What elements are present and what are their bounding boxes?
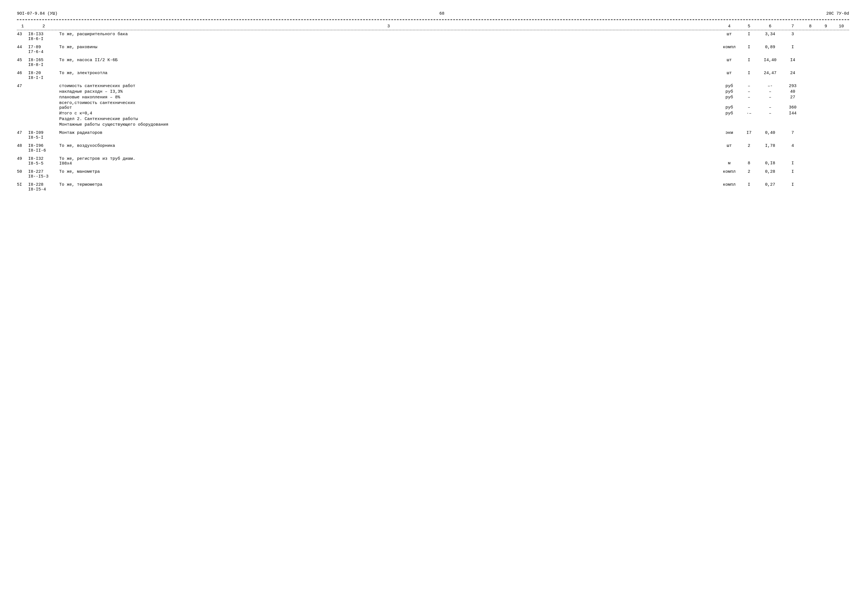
col-header-1: 1 — [17, 24, 28, 29]
row-desc: То же, раковины — [59, 45, 718, 50]
row-code: I8-228 I8-I5-4 — [28, 182, 59, 192]
row-qty: I7 — [740, 130, 757, 135]
row-num: 5I — [17, 182, 28, 187]
row-qty: ·– — [740, 111, 757, 116]
row-price: – — [757, 90, 783, 94]
row-qty: 8 — [740, 156, 757, 166]
col-header-3: 3 — [59, 24, 718, 29]
row-unit: руб — [718, 84, 740, 88]
list-item: стоимость сантехнических работ руб – –- … — [59, 84, 849, 88]
table-row: 5I I8-228 I8-I5-4 То же, термометра комп… — [17, 181, 849, 193]
row-desc: стоимость сантехнических работ — [59, 84, 718, 88]
row-price: 0,40 — [757, 130, 783, 135]
row-desc: То же, насоса II/2 К-6Б — [59, 58, 718, 63]
row-qty: I — [740, 182, 757, 187]
row-price: – — [757, 111, 783, 116]
row-total: I — [783, 182, 803, 187]
row-qty: I — [740, 58, 757, 63]
row-num: 47 — [17, 84, 28, 88]
row-code: I8-I96 I8-II-6 — [28, 143, 59, 153]
row-qty: I — [740, 32, 757, 37]
row-price: 0,28 — [757, 169, 783, 174]
table-row: 44 I7-89 I7-6-4 То же, раковины компл I … — [17, 43, 849, 56]
row-code: I8-I32 I8-5-5 — [28, 156, 59, 166]
table-row: 50 I8-227 I8--I5-3 То же, манометра комп… — [17, 168, 849, 181]
row-total: 7 — [783, 130, 803, 135]
row-qty: 2 — [740, 143, 757, 148]
row-total: I — [783, 169, 803, 174]
row-qty: – — [740, 95, 757, 100]
row-num: 50 — [17, 169, 28, 174]
row-unit: шт — [718, 71, 740, 75]
row-unit: компл — [718, 182, 740, 187]
list-item: Итого с к=0,4 руб ·– – I44 — [59, 111, 849, 116]
table-row: 47 I8-I09 I8-5-I Монтаж радиаторов экм I… — [17, 129, 849, 142]
row-total: 27 — [783, 95, 803, 100]
row-num: 44 — [17, 45, 28, 50]
row-total: 360 — [783, 101, 803, 110]
row-price: 3,34 — [757, 32, 783, 37]
row-unit: компл — [718, 169, 740, 174]
row-code: I8-I65 I8-8-I — [28, 58, 59, 68]
col-header-9: 9 — [818, 24, 834, 29]
row-price: 24,47 — [757, 71, 783, 75]
row-unit: шт — [718, 58, 740, 63]
row-desc: То же, термометра — [59, 182, 718, 187]
row-total: 24 — [783, 71, 803, 75]
header-left: 9OI-07-9.84 (УШ) — [17, 11, 58, 16]
row-num: 47 — [17, 130, 28, 135]
row-code: I8-I33 I8-6-I — [28, 32, 59, 41]
row-qty: – — [740, 84, 757, 88]
row-code: I8-I09 I8-5-I — [28, 130, 59, 140]
row-price: 0,89 — [757, 45, 783, 50]
table-row-47-block: 47 стоимость сантехнических работ руб – … — [17, 82, 849, 129]
row-desc: Монтажные работы существующего оборудова… — [59, 122, 849, 127]
list-item: накладные расходн – I3,3% руб – – 40 — [59, 90, 849, 94]
row-price: –- — [757, 84, 783, 88]
top-dashed-line — [17, 19, 849, 20]
row-total: I — [783, 45, 803, 50]
list-item: Раздел 2. Сантехнические работы — [59, 117, 849, 121]
row-code: I8-20 I8-I-I — [28, 71, 59, 80]
row-unit: компл — [718, 45, 740, 50]
row-num: 45 — [17, 58, 28, 63]
row-code: I7-89 I7-6-4 — [28, 45, 59, 54]
row-total: 40 — [783, 90, 803, 94]
row-total: I4 — [783, 58, 803, 63]
row-desc: Раздел 2. Сантехнические работы — [59, 117, 849, 121]
table-row: 49 I8-I32 I8-5-5 То же, регистров из тру… — [17, 155, 849, 168]
col-header-6: 6 — [757, 24, 783, 29]
row-desc: То же, воздухосборника — [59, 143, 718, 148]
col-header-4: 4 — [718, 24, 740, 29]
row-unit: шт — [718, 143, 740, 148]
row-qty: – — [740, 101, 757, 110]
row-price: I,78 — [757, 143, 783, 148]
table-row: 45 I8-I65 I8-8-I То же, насоса II/2 К-6Б… — [17, 56, 849, 69]
row-desc: Итого с к=0,4 — [59, 111, 718, 116]
column-headers-row: 1 2 3 4 5 6 7 8 9 10 — [17, 22, 849, 30]
table-row: 48 I8-I96 I8-II-6 То же, воздухосборника… — [17, 142, 849, 155]
row-unit: руб — [718, 101, 740, 110]
col-header-8: 8 — [803, 24, 818, 29]
row-desc: накладные расходн – I3,3% — [59, 90, 718, 94]
row-unit: экм — [718, 130, 740, 135]
row-desc: То же, расширительного бака — [59, 32, 718, 37]
row-desc: Монтаж радиаторов — [59, 130, 718, 135]
list-item: плановые накопления – 8% руб – – 27 — [59, 95, 849, 100]
row-unit: шт — [718, 32, 740, 37]
page-header: 9OI-07-9.84 (УШ) 68 20С 7У-0d — [17, 11, 849, 17]
row-qty: – — [740, 90, 757, 94]
row-desc: То же, манометра — [59, 169, 718, 174]
list-item: Монтажные работы существующего оборудова… — [59, 122, 849, 127]
row-price: 0,I8 — [757, 156, 783, 166]
row-total: 293 — [783, 84, 803, 88]
col-header-7: 7 — [783, 24, 803, 29]
table-row: 43 I8-I33 I8-6-I То же, расширительного … — [17, 30, 849, 43]
row-desc: всего,стоимость сантехнических работ — [59, 101, 718, 110]
row-num: 49 — [17, 156, 28, 161]
row-desc: То же, электрокотла — [59, 71, 718, 75]
row-desc: плановые накопления – 8% — [59, 95, 718, 100]
row-qty: 2 — [740, 169, 757, 174]
row-total: 3 — [783, 32, 803, 37]
row-price: – — [757, 95, 783, 100]
